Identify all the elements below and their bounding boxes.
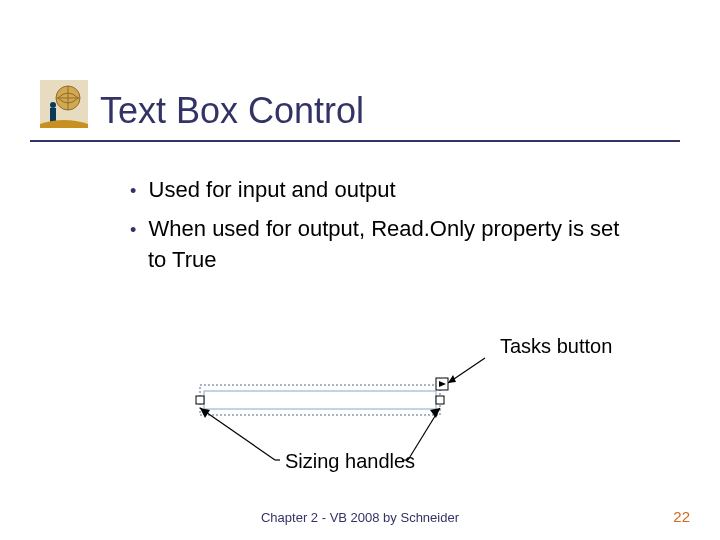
- footer-text: Chapter 2 - VB 2008 by Schneider: [0, 510, 720, 525]
- page-number: 22: [673, 508, 690, 525]
- bullet-list: • Used for input and output • When used …: [130, 175, 630, 283]
- tasks-button-label: Tasks button: [500, 335, 612, 358]
- svg-rect-9: [204, 391, 436, 409]
- svg-rect-11: [436, 396, 444, 404]
- slide: Text Box Control • Used for input and ou…: [0, 0, 720, 540]
- bullet-item: • When used for output, Read.Only proper…: [130, 214, 630, 276]
- svg-point-5: [50, 102, 56, 108]
- title-underline: [30, 140, 680, 142]
- logo: [40, 80, 88, 128]
- bullet-text: Used for input and output: [149, 177, 396, 202]
- bullet-text: When used for output, Read.Only property…: [148, 216, 619, 272]
- bullet-item: • Used for input and output: [130, 175, 630, 206]
- svg-line-14: [200, 408, 275, 460]
- svg-rect-10: [196, 396, 204, 404]
- sizing-handles-label: Sizing handles: [285, 450, 415, 473]
- slide-title: Text Box Control: [100, 90, 364, 132]
